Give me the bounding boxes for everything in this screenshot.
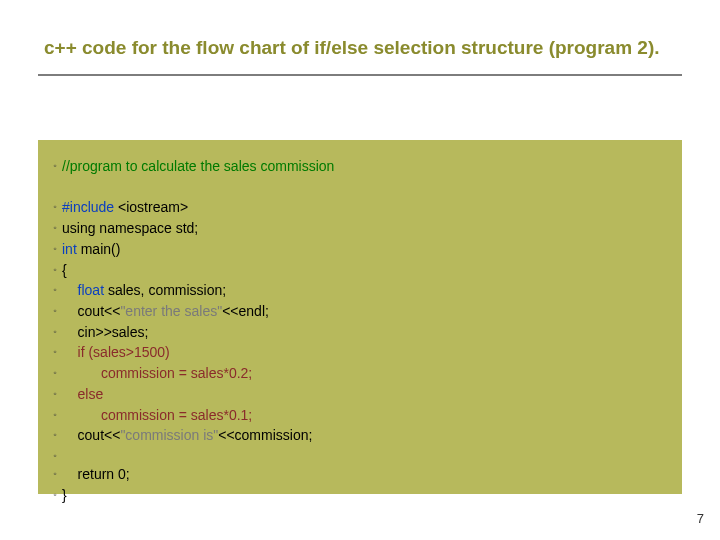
page-number: 7 — [697, 511, 704, 526]
bullet-icon: ◦ — [48, 197, 62, 215]
slide-title: c++ code for the flow chart of if/else s… — [0, 0, 720, 68]
code-text: commission = sales*0.2; — [62, 363, 252, 384]
title-underline — [38, 74, 682, 76]
code-text: if (sales>1500) — [62, 342, 170, 363]
code-line: ◦#include <iostream> — [48, 197, 662, 218]
code-text: using namespace std; — [62, 218, 198, 239]
code-line: ◦ commission = sales*0.2; — [48, 363, 662, 384]
code-text — [62, 177, 66, 198]
bullet-icon: ◦ — [48, 446, 62, 464]
code-line — [48, 177, 662, 198]
code-line: ◦ — [48, 446, 662, 464]
code-line: ◦ if (sales>1500) — [48, 342, 662, 363]
code-line: ◦using namespace std; — [48, 218, 662, 239]
code-line: ◦ cout<<"commission is"<<commission; — [48, 425, 662, 446]
bullet-icon: ◦ — [48, 301, 62, 319]
code-text: { — [62, 260, 67, 281]
bullet-icon: ◦ — [48, 425, 62, 443]
code-text: commission = sales*0.1; — [62, 405, 252, 426]
code-line: ◦} — [48, 485, 662, 506]
bullet-icon: ◦ — [48, 156, 62, 174]
code-block: ◦//program to calculate the sales commis… — [38, 140, 682, 494]
code-text: int main() — [62, 239, 120, 260]
code-line: ◦//program to calculate the sales commis… — [48, 156, 662, 177]
bullet-icon: ◦ — [48, 405, 62, 423]
code-text: #include <iostream> — [62, 197, 188, 218]
bullet-icon: ◦ — [48, 239, 62, 257]
code-text: else — [62, 384, 103, 405]
bullet-icon: ◦ — [48, 260, 62, 278]
slide: c++ code for the flow chart of if/else s… — [0, 0, 720, 540]
bullet-icon: ◦ — [48, 464, 62, 482]
code-text: //program to calculate the sales commiss… — [62, 156, 334, 177]
code-line: ◦{ — [48, 260, 662, 281]
code-line: ◦ float sales, commission; — [48, 280, 662, 301]
code-line: ◦int main() — [48, 239, 662, 260]
code-text: cout<<"enter the sales"<<endl; — [62, 301, 269, 322]
bullet-icon: ◦ — [48, 280, 62, 298]
code-line: ◦ cin>>sales; — [48, 322, 662, 343]
code-line: ◦ else — [48, 384, 662, 405]
bullet-icon: ◦ — [48, 342, 62, 360]
bullet-icon: ◦ — [48, 485, 62, 503]
bullet-icon: ◦ — [48, 384, 62, 402]
bullet-icon: ◦ — [48, 322, 62, 340]
bullet-icon: ◦ — [48, 218, 62, 236]
code-text: cin>>sales; — [62, 322, 148, 343]
code-text: } — [62, 485, 67, 506]
code-text: cout<<"commission is"<<commission; — [62, 425, 312, 446]
code-text: float sales, commission; — [62, 280, 226, 301]
code-text: return 0; — [62, 464, 130, 485]
bullet-icon — [48, 177, 62, 180]
code-line: ◦ cout<<"enter the sales"<<endl; — [48, 301, 662, 322]
bullet-icon: ◦ — [48, 363, 62, 381]
code-line: ◦ return 0; — [48, 464, 662, 485]
code-line: ◦ commission = sales*0.1; — [48, 405, 662, 426]
